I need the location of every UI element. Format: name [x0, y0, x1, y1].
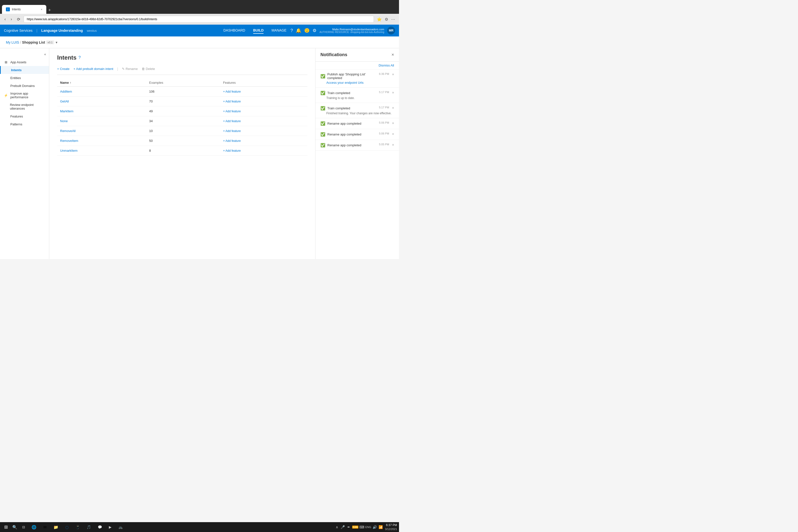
intent-examples: 106	[146, 87, 220, 97]
nav-manage[interactable]: MANAGE	[271, 27, 286, 34]
notif-item-title: ✅ Rename app completed	[320, 132, 377, 137]
intent-link[interactable]: AddItem	[60, 90, 72, 93]
rename-button[interactable]: ✎ Rename	[122, 66, 138, 72]
notif-title-text: Rename app completed	[327, 143, 361, 147]
notification-item: ✅ Train completed 5:17 PM × Training is …	[316, 88, 399, 103]
forward-button[interactable]: ›	[9, 16, 13, 22]
intent-link[interactable]: GetAll	[60, 99, 69, 103]
sidebar-item-entities[interactable]: Entities	[0, 74, 49, 82]
notif-dismiss-btn[interactable]: ×	[391, 91, 394, 95]
sidebar-item-patterns[interactable]: Patterns	[0, 120, 49, 128]
back-button[interactable]: ‹	[3, 16, 7, 22]
notif-item-header: ✅ Rename app completed 5:06 PM ×	[320, 132, 394, 137]
delete-button[interactable]: 🗑 Delete	[141, 66, 155, 72]
notifications-panel: Notifications × Dismiss All ✅ Publish ap…	[315, 48, 399, 259]
sidebar-item-app-assets[interactable]: ⊞ App Assets	[0, 58, 49, 66]
nav-dashboard[interactable]: DASHBOARD	[223, 27, 245, 34]
dismiss-all-btn[interactable]: Dismiss All	[316, 61, 399, 70]
address-bar-wrap	[24, 16, 374, 23]
emoji-button[interactable]: 🙂	[304, 28, 309, 33]
version-dropdown[interactable]: ▾	[56, 40, 57, 44]
add-feature-button[interactable]: + Add feature	[223, 119, 241, 123]
breadcrumb: My LUIS / Shopping List v0.1 ▾	[6, 40, 57, 44]
notifications-close-btn[interactable]: ×	[391, 52, 394, 57]
tab-close-btn[interactable]: ×	[41, 8, 42, 11]
new-tab-button[interactable]: +	[46, 7, 53, 14]
notif-time: 5:06 PM	[379, 121, 389, 124]
intent-link[interactable]: RemoveAll	[60, 129, 76, 133]
menu-button[interactable]: ⋯	[390, 16, 396, 23]
browser-tabs: I Intents × +	[2, 0, 53, 14]
title-help-icon[interactable]: ?	[79, 55, 81, 60]
add-feature-button[interactable]: + Add feature	[223, 149, 241, 152]
notif-dismiss-btn[interactable]: ×	[391, 72, 394, 76]
sidebar-item-prebuilt-domains[interactable]: Prebuilt Domains	[0, 82, 49, 90]
notif-success-icon: ✅	[320, 143, 325, 148]
table-row: None 34 + Add feature	[57, 116, 307, 126]
sidebar-item-review[interactable]: Review endpoint utterances	[0, 101, 49, 112]
notifications-button[interactable]: 🔔	[296, 28, 301, 33]
intent-link[interactable]: UnmarkItem	[60, 149, 78, 152]
col-examples[interactable]: Examples	[146, 79, 220, 87]
table-row: AddItem 106 + Add feature	[57, 87, 307, 97]
notif-detail: Finished training. Your changes are now …	[320, 112, 394, 115]
notif-time: 5:05 PM	[379, 143, 389, 146]
app-title: Language Understanding	[41, 28, 83, 33]
sidebar-item-improve[interactable]: ⚡ Improve app performance	[0, 90, 49, 101]
notifications-list: ✅ Publish app 'Shopping List' completed …	[316, 70, 399, 151]
add-feature-button[interactable]: + Add feature	[223, 110, 241, 113]
settings-button[interactable]: ⚙	[312, 28, 317, 33]
notif-dismiss-btn[interactable]: ×	[391, 106, 394, 110]
sidebar-collapse-btn[interactable]: «	[0, 52, 49, 58]
sidebar-label-prebuilt: Prebuilt Domains	[10, 84, 35, 88]
sidebar-label-review: Review endpoint utterances	[10, 103, 45, 110]
breadcrumb-sep: /	[20, 40, 21, 44]
notif-time: 5:17 PM	[379, 106, 389, 109]
add-feature-button[interactable]: + Add feature	[223, 90, 241, 93]
favorites-button[interactable]: ⚙	[384, 16, 389, 23]
header-nav: DASHBOARD BUILD MANAGE	[223, 27, 286, 34]
col-features[interactable]: Features	[220, 79, 307, 87]
notif-success-icon: ✅	[320, 106, 325, 111]
sidebar-label-app-assets: App Assets	[10, 60, 26, 64]
active-tab[interactable]: I Intents ×	[2, 5, 46, 14]
intent-link[interactable]: None	[60, 119, 68, 123]
help-button[interactable]: ?	[290, 28, 293, 33]
intent-link[interactable]: RemoveItem	[60, 139, 78, 142]
sidebar-item-intents[interactable]: Intents	[0, 66, 49, 74]
user-avatar[interactable]: MR	[387, 26, 395, 35]
add-feature-button[interactable]: + Add feature	[223, 139, 241, 142]
refresh-button[interactable]: ⟳	[16, 16, 22, 23]
address-input[interactable]	[24, 16, 374, 23]
intents-toolbar: + Create + Add prebuilt domain intent | …	[57, 66, 307, 75]
notification-item: ✅ Rename app completed 5:05 PM ×	[316, 140, 399, 151]
nav-build[interactable]: BUILD	[253, 27, 264, 34]
notifications-header: Notifications ×	[316, 48, 399, 61]
sidebar-item-features[interactable]: Features	[0, 112, 49, 120]
notif-dismiss-btn[interactable]: ×	[391, 143, 394, 147]
brand-label: Cognitive Services	[4, 28, 33, 33]
notif-dismiss-btn[interactable]: ×	[391, 121, 394, 125]
extensions-button[interactable]: ⭐	[376, 16, 383, 23]
intent-examples: 50	[146, 136, 220, 146]
add-prebuilt-button[interactable]: + Add prebuilt domain intent	[73, 66, 113, 72]
app-header: Cognitive Services | Language Understand…	[0, 25, 399, 36]
notif-title-text: Publish app 'Shopping List' completed	[327, 72, 377, 80]
col-name[interactable]: Name ↑	[57, 79, 146, 87]
intent-examples: 70	[146, 97, 220, 107]
notification-item: ✅ Rename app completed 5:06 PM ×	[316, 118, 399, 129]
create-button[interactable]: + Create	[57, 66, 70, 72]
notif-item-header: ✅ Rename app completed 5:06 PM ×	[320, 121, 394, 126]
notif-title-text: Rename app completed	[327, 133, 361, 136]
breadcrumb-home[interactable]: My LUIS	[6, 40, 19, 44]
intent-link[interactable]: MarkItem	[60, 109, 73, 113]
notif-link[interactable]: Access your endpoint Urls	[320, 81, 394, 84]
notif-item-title: ✅ Rename app completed	[320, 121, 377, 126]
intent-examples: 49	[146, 107, 220, 116]
add-feature-button[interactable]: + Add feature	[223, 100, 241, 103]
notif-dismiss-btn[interactable]: ×	[391, 132, 394, 136]
review-icon	[4, 105, 7, 109]
browser-toolbar: ‹ › ⟳ ⭐ ⚙ ⋯	[0, 14, 399, 25]
add-feature-button[interactable]: + Add feature	[223, 129, 241, 133]
notif-time: 6:36 PM	[379, 72, 389, 75]
